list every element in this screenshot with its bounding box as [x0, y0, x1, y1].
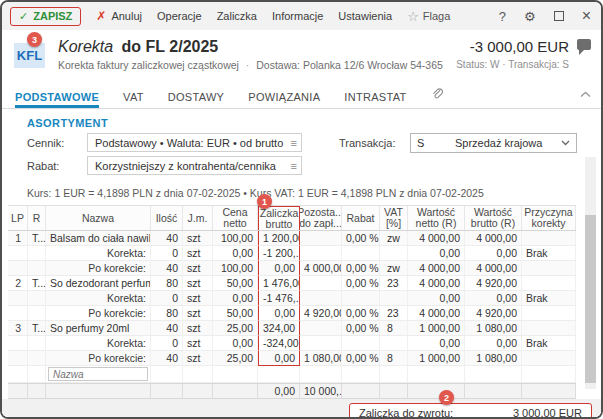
table-cell: 4 920,00	[300, 306, 342, 321]
table-cell: 80	[151, 276, 183, 291]
help-button[interactable]: ?	[499, 9, 506, 24]
summary-cell	[28, 384, 46, 398]
table-cell: 8	[380, 321, 408, 336]
new-item-row	[8, 366, 576, 383]
column-header[interactable]: VAT [%]	[380, 206, 408, 230]
table-cell	[342, 246, 380, 261]
tab-powiazania[interactable]: POWIĄZANIA	[248, 91, 320, 108]
menu-informacje[interactable]: Informacje	[272, 10, 323, 22]
column-header[interactable]: R	[28, 206, 46, 230]
rabat-field[interactable]: Korzystniejszy z kontrahenta/cennika ≡	[87, 156, 302, 175]
tab-dostawy[interactable]: DOSTAWY	[168, 91, 225, 108]
table-cell	[300, 231, 342, 246]
note-icon[interactable]	[577, 39, 591, 50]
summary-cell	[522, 384, 576, 398]
window-controls: ? ⚙ ×	[499, 9, 591, 24]
table-cell: 0,00	[213, 291, 258, 306]
rabat-value: Korzystniejszy z kontrahenta/cennika	[95, 160, 287, 172]
scrollbar-thumb[interactable]	[585, 215, 596, 383]
table-row[interactable]: Korekta:0szt0,00-1 200,...0,000,00Brak	[8, 246, 576, 261]
table-cell: Po korekcie:	[46, 306, 151, 321]
table-cell: 0	[151, 336, 183, 351]
summary-cell	[8, 384, 28, 398]
table-cell: szt	[183, 261, 213, 276]
table-cell: 40	[151, 231, 183, 246]
tab-podstawowe[interactable]: PODSTAWOWE	[15, 91, 99, 108]
table-row[interactable]: Po korekcie:40szt100,000,004 000,000,00 …	[8, 261, 576, 276]
page-title: Korekta do FL 2/2025	[58, 38, 443, 56]
table-cell: 4 000,00	[408, 276, 465, 291]
column-header[interactable]: J.m.	[183, 206, 213, 230]
close-button[interactable]: ×	[582, 11, 591, 21]
column-header[interactable]: Cena netto	[213, 206, 258, 230]
table-cell: 0,00	[258, 261, 300, 276]
column-header[interactable]: Zaliczka brutto	[258, 206, 300, 230]
table-cell: Brak	[522, 336, 576, 351]
table-row[interactable]: Po korekcie:80szt50,000,004 920,000,00 %…	[8, 306, 576, 321]
table-row[interactable]: 1T...Balsam do ciała nawilżając...40szt1…	[8, 231, 576, 246]
table-cell: 23	[380, 306, 408, 321]
transakcja-select[interactable]: S Sprzedaż krajowa	[410, 133, 577, 153]
table-cell: Korekta:	[46, 291, 151, 306]
column-header[interactable]: Wartość brutto (R)	[465, 206, 522, 230]
table-cell	[342, 291, 380, 306]
menu-operacje[interactable]: Operacje	[157, 10, 202, 22]
transakcja-code: S	[417, 137, 455, 149]
table-cell: 50,00	[213, 306, 258, 321]
table-cell: 4 920,00	[465, 306, 522, 321]
table-cell: zw	[380, 261, 408, 276]
table-cell	[522, 231, 576, 246]
table-cell: 4 000,00	[408, 306, 465, 321]
table-cell: 2	[8, 276, 28, 291]
chevron-down-icon	[561, 140, 570, 146]
column-header[interactable]: Pozosta... do zapł...	[300, 206, 342, 230]
save-button[interactable]: ✓ ZAPISZ	[10, 7, 81, 26]
summary-cell: 10 000,...	[300, 384, 342, 398]
menu-ustawienia[interactable]: Ustawienia	[338, 10, 392, 22]
summary-cell	[465, 384, 522, 398]
gear-icon[interactable]: ⚙	[524, 9, 536, 24]
maximize-button[interactable]	[554, 11, 564, 21]
chevron-up-icon[interactable]	[580, 84, 591, 108]
summary-cell	[46, 384, 151, 398]
main-content: ASORTYMENT Cennik: Podstawowy • Waluta: …	[2, 109, 601, 417]
flag-button[interactable]: ☆ Flaga	[407, 9, 450, 24]
table-cell: 0,00	[408, 336, 465, 351]
table-cell: 0	[151, 246, 183, 261]
app-window: ✓ ZAPISZ ✗ Anuluj Operacje Zaliczka Info…	[0, 0, 603, 419]
cennik-field[interactable]: Podstawowy • Waluta: EUR • od brutto ≡	[87, 133, 302, 152]
table-row[interactable]: Korekta:0szt0,00-1 476,...0,000,00Brak	[8, 291, 576, 306]
table-cell	[8, 291, 28, 306]
hamburger-icon[interactable]: ≡	[291, 160, 297, 172]
menu-zaliczka[interactable]: Zaliczka	[217, 10, 257, 22]
table-cell: 1	[8, 231, 28, 246]
summary-cell	[213, 384, 258, 398]
table-row[interactable]: Po korekcie:40szt25,000,001 080,000,00 %…	[8, 351, 576, 366]
table-cell: 1 476,00	[258, 276, 300, 291]
tab-intrastat[interactable]: INTRASTAT	[344, 91, 406, 108]
transakcja-label: Transakcja:	[339, 137, 395, 149]
column-header[interactable]: LP	[8, 206, 28, 230]
advance-refund-label: Zaliczka do zwrotu:	[350, 407, 453, 419]
new-item-name-input[interactable]	[48, 367, 148, 381]
table-row[interactable]: 3T...So perfumy 20ml40szt25,00324,000,00…	[8, 321, 576, 336]
cancel-button[interactable]: ✗ Anuluj	[96, 9, 142, 23]
tab-vat[interactable]: VAT	[123, 91, 144, 108]
vertical-scrollbar[interactable]	[585, 157, 596, 389]
hamburger-icon[interactable]: ≡	[291, 137, 297, 149]
column-header[interactable]: Nazwa	[46, 206, 151, 230]
cennik-label: Cennik:	[27, 137, 64, 149]
column-header[interactable]: Przyczyna korekty	[522, 206, 576, 230]
table-body: 1T...Balsam do ciała nawilżając...40szt1…	[8, 231, 576, 366]
column-header[interactable]: Wartość netto (R)	[408, 206, 465, 230]
column-header[interactable]: Ilość	[151, 206, 183, 230]
table-row[interactable]: 2T...So dezodorant perfumowa...80szt50,0…	[8, 276, 576, 291]
paperclip-icon[interactable]	[431, 87, 444, 108]
column-header[interactable]: Rabat	[342, 206, 380, 230]
table-cell: -1 476,...	[258, 291, 300, 306]
table-row[interactable]: Korekta:0szt0,00-324,000,000,00Brak	[8, 336, 576, 351]
table-cell: 4 000,00	[465, 231, 522, 246]
table-cell: szt	[183, 321, 213, 336]
table-cell	[522, 261, 576, 276]
table-cell	[28, 306, 46, 321]
